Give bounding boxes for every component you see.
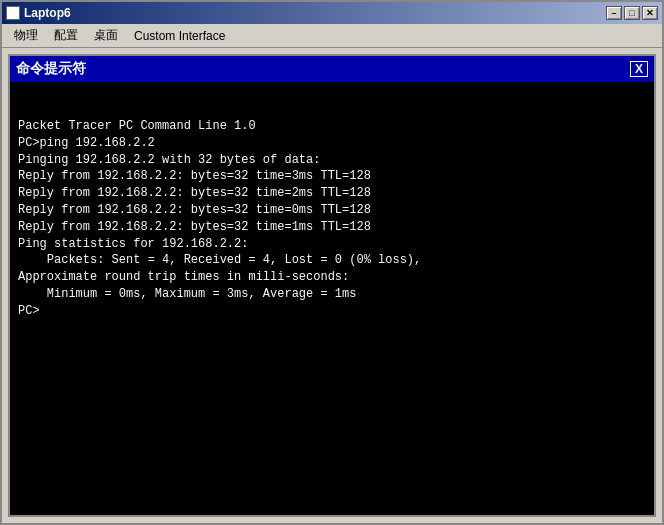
close-button[interactable]: ✕ xyxy=(642,6,658,20)
cmd-close-button[interactable]: X xyxy=(630,61,648,77)
main-window: Laptop6 – □ ✕ 物理 配置 桌面 Custom Interface … xyxy=(0,0,664,525)
content-area: 命令提示符 X Packet Tracer PC Command Line 1.… xyxy=(2,48,662,523)
cmd-line: Approximate round trip times in milli-se… xyxy=(18,269,646,286)
cmd-title-bar: 命令提示符 X xyxy=(10,56,654,82)
cmd-line: Reply from 192.168.2.2: bytes=32 time=1m… xyxy=(18,219,646,236)
title-bar-controls: – □ ✕ xyxy=(606,6,658,20)
cmd-line: Reply from 192.168.2.2: bytes=32 time=0m… xyxy=(18,202,646,219)
cmd-line: Pinging 192.168.2.2 with 32 bytes of dat… xyxy=(18,152,646,169)
menu-item-config[interactable]: 配置 xyxy=(46,24,86,47)
cmd-line: Minimum = 0ms, Maximum = 3ms, Average = … xyxy=(18,286,646,303)
cmd-line: Packets: Sent = 4, Received = 4, Lost = … xyxy=(18,252,646,269)
cmd-line: Reply from 192.168.2.2: bytes=32 time=3m… xyxy=(18,168,646,185)
title-bar: Laptop6 – □ ✕ xyxy=(2,2,662,24)
cmd-line: PC> xyxy=(18,303,646,320)
inner-panel: 命令提示符 X Packet Tracer PC Command Line 1.… xyxy=(8,54,656,517)
menu-bar: 物理 配置 桌面 Custom Interface xyxy=(2,24,662,48)
cmd-line: Packet Tracer PC Command Line 1.0 xyxy=(18,118,646,135)
menu-item-physics[interactable]: 物理 xyxy=(6,24,46,47)
cmd-body[interactable]: Packet Tracer PC Command Line 1.0PC>ping… xyxy=(10,82,654,515)
cmd-line: Reply from 192.168.2.2: bytes=32 time=2m… xyxy=(18,185,646,202)
minimize-button[interactable]: – xyxy=(606,6,622,20)
window-title: Laptop6 xyxy=(6,6,71,20)
cmd-title-text: 命令提示符 xyxy=(16,60,86,78)
cmd-line: Ping statistics for 192.168.2.2: xyxy=(18,236,646,253)
maximize-button[interactable]: □ xyxy=(624,6,640,20)
window-icon xyxy=(6,6,20,20)
menu-item-desktop[interactable]: 桌面 xyxy=(86,24,126,47)
cmd-line: PC>ping 192.168.2.2 xyxy=(18,135,646,152)
menu-item-custom-interface[interactable]: Custom Interface xyxy=(126,24,233,47)
